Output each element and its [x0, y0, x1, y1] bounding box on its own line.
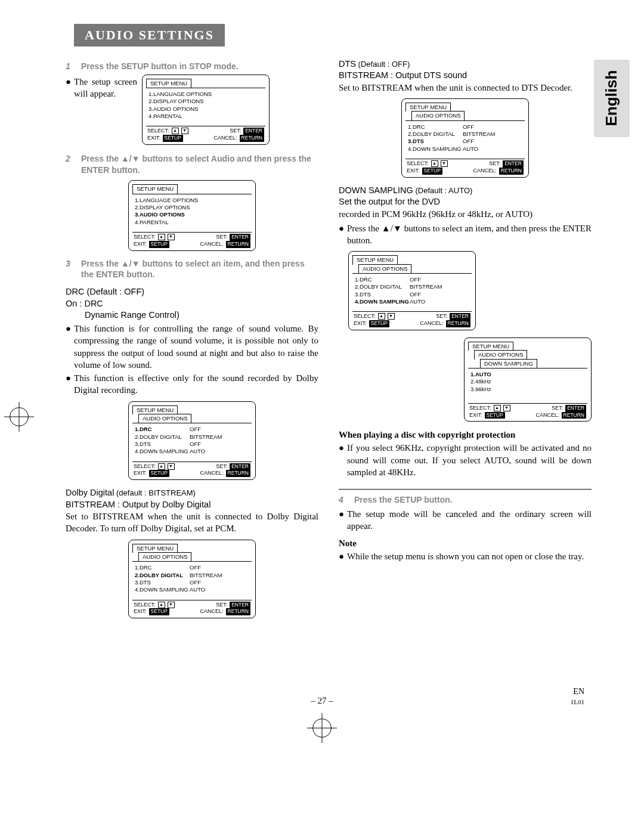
- language-tab-label: English: [601, 70, 622, 126]
- right-column: DTS (Default : OFF) BITSTREAM : Output D…: [339, 58, 592, 625]
- step1-body: ● The setup screen will appear.: [66, 76, 137, 100]
- step-4: 4 Press the SETUP button.: [339, 494, 592, 506]
- drc-para-2: ●This function is effective only for the…: [66, 372, 318, 397]
- step-number: 1: [66, 61, 74, 72]
- osd-down-submenu: SETUP MENU AUDIO OPTIONS DOWN SAMPLING 1…: [464, 337, 592, 422]
- osd-audio-down: SETUP MENU AUDIO OPTIONS 1.DRCOFF 2.DOLB…: [348, 251, 476, 330]
- note-para: ●While the setup menu is shown you can n…: [339, 550, 592, 562]
- two-column-layout: 1 Press the SETUP button in STOP mode. ●…: [66, 58, 592, 625]
- osd-footer: SELECT:▲▼SET:ENTER EXIT:SETUPCANCEL:RETU…: [132, 232, 252, 249]
- step-3: 3 Press the ▲/▼ buttons to select an ite…: [66, 258, 318, 281]
- language-tab: English: [594, 60, 630, 137]
- down-line1: Set the output for the DVD: [339, 196, 592, 208]
- step4-body: ●The setup mode will be canceled and the…: [339, 508, 592, 532]
- downsampling-heading: DOWN SAMPLING (Default : AUTO): [339, 185, 592, 197]
- dolby-heading: Dolby Digital (default : BITSTREAM): [66, 487, 318, 499]
- footer-code: EN 1L01: [571, 686, 584, 707]
- page-number: – 27 –: [0, 695, 644, 707]
- down-line2: recorded in PCM 96kHz (96kHz or 48kHz, o…: [339, 208, 592, 220]
- copyright-heading: When playing a disc with copyright prote…: [339, 429, 592, 441]
- note-heading: Note: [339, 537, 592, 549]
- dts-line2: Set to BITSTREAM when the unit is connec…: [339, 82, 592, 94]
- step-1: 1 Press the SETUP button in STOP mode.: [66, 61, 318, 72]
- osd-audio-drc: SETUP MENU AUDIO OPTIONS 1.DRCOFF 2.DOLB…: [128, 401, 256, 480]
- align-target-bottom: [312, 719, 332, 738]
- drc-heading: DRC (Default : OFF): [66, 286, 318, 298]
- left-column: 1 Press the SETUP button in STOP mode. ●…: [66, 58, 318, 625]
- section-banner: AUDIO SETTINGS: [74, 24, 225, 47]
- step-number: 3: [66, 258, 74, 281]
- dolby-line1: BITSTREAM : Output by Dolby Digital: [66, 499, 318, 511]
- dolby-line2: Set to BITSTREAM when the unit is connec…: [66, 510, 318, 535]
- drc-sublabel: Dynamic Range Control): [66, 309, 318, 321]
- page: AUDIO SETTINGS English 1 Press the SETUP…: [0, 0, 644, 833]
- step-text: Press the SETUP button.: [354, 494, 592, 506]
- step-2: 2 Press the ▲/▼ buttons to select Audio …: [66, 153, 318, 176]
- step-text: Press the ▲/▼ buttons to select Audio an…: [81, 153, 318, 176]
- osd-footer: SELECT: ▲▼ SET: ENTER EXIT: SETUP CANCEL…: [146, 126, 265, 143]
- dts-line1: BITSTREAM : Output DTS sound: [339, 70, 592, 82]
- separator: [339, 489, 592, 490]
- step-text: Press the ▲/▼ buttons to select an item,…: [81, 258, 318, 281]
- align-target-left: [10, 407, 29, 426]
- down-instruction: ●Press the ▲/▼ buttons to select an item…: [339, 222, 592, 247]
- step-number: 4: [339, 494, 347, 506]
- osd-audio-dts: SETUP MENU AUDIO OPTIONS 1.DRCOFF 2.DOLB…: [401, 98, 529, 177]
- step-text: Press the SETUP button in STOP mode.: [81, 61, 318, 72]
- copyright-para: ●If you select 96KHz, copyright protecti…: [339, 442, 592, 478]
- dts-heading: DTS (Default : OFF): [339, 58, 592, 70]
- osd-audio-dolby: SETUP MENU AUDIO OPTIONS 1.DRCOFF 2.DOLB…: [128, 540, 256, 618]
- step-number: 2: [66, 153, 74, 176]
- drc-on: On : DRC: [66, 298, 318, 310]
- osd-setup-main-2: SETUP MENU 1.LANGUAGE OPTIONS 2.DISPLAY …: [128, 180, 256, 250]
- drc-para-1: ●This function is for controlling the ra…: [66, 323, 318, 371]
- osd-setup-main-1: SETUP MENU 1.LANGUAGE OPTIONS 2.DISPLAY …: [142, 75, 270, 145]
